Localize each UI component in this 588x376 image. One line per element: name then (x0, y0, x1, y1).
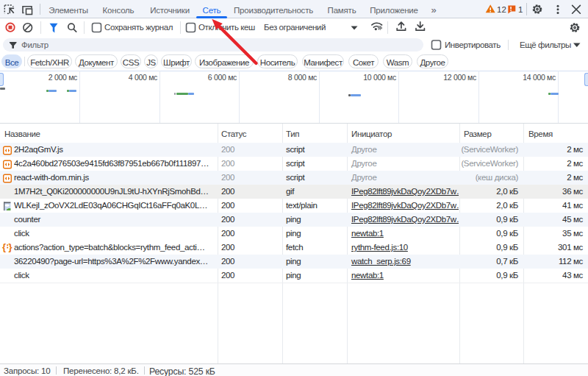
svg-text:}: } (9, 241, 12, 252)
svg-text:{: { (2, 241, 6, 252)
